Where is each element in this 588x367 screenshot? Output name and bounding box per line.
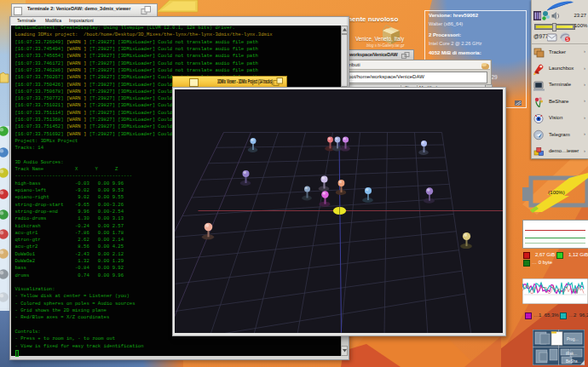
- svg-text:Prog…: Prog…: [567, 337, 579, 341]
- svg-text:BeSha…: BeSha…: [566, 359, 581, 364]
- svg-text:(100%): (100%): [548, 190, 564, 195]
- svg-text:iRak…: iRak…: [566, 352, 578, 356]
